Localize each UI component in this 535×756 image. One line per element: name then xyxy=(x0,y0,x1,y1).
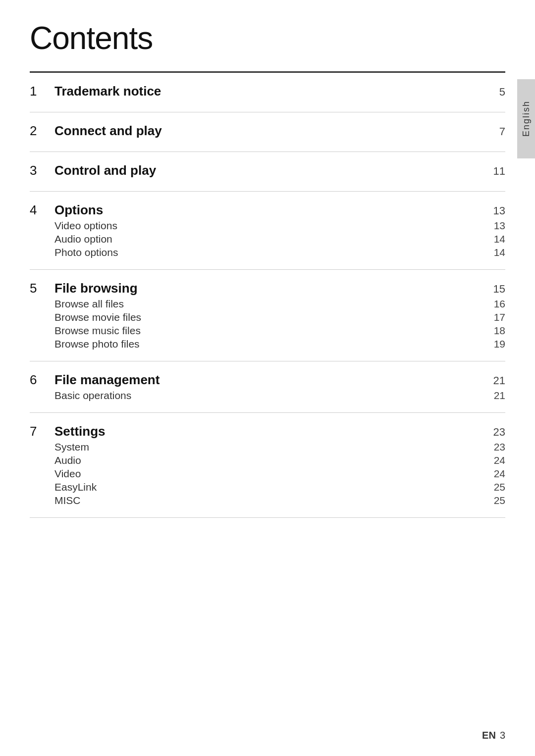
toc-sub-title-4-2: Photo options xyxy=(54,247,485,258)
toc-sub-title-7-0: System xyxy=(54,441,485,453)
toc-sub-page-7-2: 24 xyxy=(485,468,505,480)
toc-page-3: 11 xyxy=(485,165,505,178)
toc-sub-page-5-2: 18 xyxy=(485,325,505,337)
toc-number-2: 2 xyxy=(30,123,54,139)
toc-sub-page-6-0: 21 xyxy=(485,390,505,402)
toc-sub-row-4-0: Video options13 xyxy=(30,220,505,232)
toc-sub-row-6-0: Basic operations21 xyxy=(30,390,505,402)
main-content: Contents 1Trademark notice52Connect and … xyxy=(30,20,505,726)
toc-sub-page-4-0: 13 xyxy=(485,220,505,232)
toc-number-4: 4 xyxy=(30,202,54,218)
toc-number-5: 5 xyxy=(30,281,54,296)
toc-sub-page-7-1: 24 xyxy=(485,454,505,466)
toc-title-1: Trademark notice xyxy=(54,84,485,99)
toc-sub-title-5-3: Browse photo files xyxy=(54,338,485,350)
toc-page-2: 7 xyxy=(485,125,505,138)
toc-sub-title-7-4: MISC xyxy=(54,495,485,506)
toc-number-7: 7 xyxy=(30,424,54,439)
toc-main-row-4: 4Options13 xyxy=(30,202,505,218)
toc-sub-page-7-4: 25 xyxy=(485,495,505,506)
toc-sub-row-5-3: Browse photo files19 xyxy=(30,338,505,350)
toc-sub-title-4-0: Video options xyxy=(54,220,485,232)
toc-title-6: File management xyxy=(54,372,485,388)
toc-sub-row-5-1: Browse movie files17 xyxy=(30,311,505,323)
toc-sub-page-7-3: 25 xyxy=(485,481,505,493)
toc-page-1: 5 xyxy=(485,86,505,99)
footer-page: 3 xyxy=(500,730,505,741)
toc-sub-title-7-3: EasyLink xyxy=(54,481,485,493)
toc-sub-page-5-1: 17 xyxy=(485,311,505,323)
toc-sub-title-5-1: Browse movie files xyxy=(54,311,485,323)
toc-page-5: 15 xyxy=(485,283,505,296)
toc-sub-title-4-1: Audio option xyxy=(54,233,485,245)
toc-main-row-2: 2Connect and play7 xyxy=(30,123,505,139)
toc-sub-title-7-2: Video xyxy=(54,468,485,480)
toc-sub-row-7-4: MISC25 xyxy=(30,495,505,506)
toc-section-5: 5File browsing15Browse all files16Browse… xyxy=(30,270,505,361)
toc-title-2: Connect and play xyxy=(54,123,485,139)
side-tab: English xyxy=(517,79,535,158)
toc-container: 1Trademark notice52Connect and play73Con… xyxy=(30,73,505,518)
toc-sub-row-7-2: Video24 xyxy=(30,468,505,480)
toc-main-row-7: 7Settings23 xyxy=(30,424,505,439)
toc-number-1: 1 xyxy=(30,84,54,99)
toc-title-4: Options xyxy=(54,202,485,218)
page-title: Contents xyxy=(30,20,505,56)
toc-page-6: 21 xyxy=(485,374,505,387)
toc-section-3: 3Control and play11 xyxy=(30,152,505,192)
toc-section-2: 2Connect and play7 xyxy=(30,112,505,152)
toc-page-7: 23 xyxy=(485,426,505,439)
toc-main-row-3: 3Control and play11 xyxy=(30,163,505,178)
toc-title-5: File browsing xyxy=(54,281,485,296)
toc-sub-row-4-2: Photo options14 xyxy=(30,247,505,258)
toc-title-7: Settings xyxy=(54,424,485,439)
toc-main-row-5: 5File browsing15 xyxy=(30,281,505,296)
page-container: English Contents 1Trademark notice52Conn… xyxy=(0,0,535,756)
footer-lang: EN xyxy=(482,730,496,741)
toc-sub-page-4-1: 14 xyxy=(485,233,505,245)
toc-title-3: Control and play xyxy=(54,163,485,178)
toc-sub-title-7-1: Audio xyxy=(54,454,485,466)
toc-sub-row-4-1: Audio option14 xyxy=(30,233,505,245)
toc-sub-title-6-0: Basic operations xyxy=(54,390,485,402)
toc-sub-title-5-2: Browse music files xyxy=(54,325,485,337)
toc-sub-row-7-3: EasyLink25 xyxy=(30,481,505,493)
toc-sub-page-5-0: 16 xyxy=(485,298,505,310)
toc-page-4: 13 xyxy=(485,204,505,217)
toc-sub-page-4-2: 14 xyxy=(485,247,505,258)
toc-sub-row-7-1: Audio24 xyxy=(30,454,505,466)
toc-sub-row-5-0: Browse all files16 xyxy=(30,298,505,310)
toc-sub-page-7-0: 23 xyxy=(485,441,505,453)
footer: EN 3 xyxy=(482,730,505,741)
toc-main-row-6: 6File management21 xyxy=(30,372,505,388)
toc-section-4: 4Options13Video options13Audio option14P… xyxy=(30,192,505,270)
toc-main-row-1: 1Trademark notice5 xyxy=(30,84,505,99)
toc-sub-row-7-0: System23 xyxy=(30,441,505,453)
toc-number-3: 3 xyxy=(30,163,54,178)
toc-sub-title-5-0: Browse all files xyxy=(54,298,485,310)
toc-number-6: 6 xyxy=(30,372,54,388)
side-tab-label: English xyxy=(521,101,532,137)
toc-section-1: 1Trademark notice5 xyxy=(30,73,505,112)
toc-section-7: 7Settings23System23Audio24Video24EasyLin… xyxy=(30,413,505,518)
toc-sub-row-5-2: Browse music files18 xyxy=(30,325,505,337)
toc-sub-page-5-3: 19 xyxy=(485,338,505,350)
toc-section-6: 6File management21Basic operations21 xyxy=(30,361,505,413)
